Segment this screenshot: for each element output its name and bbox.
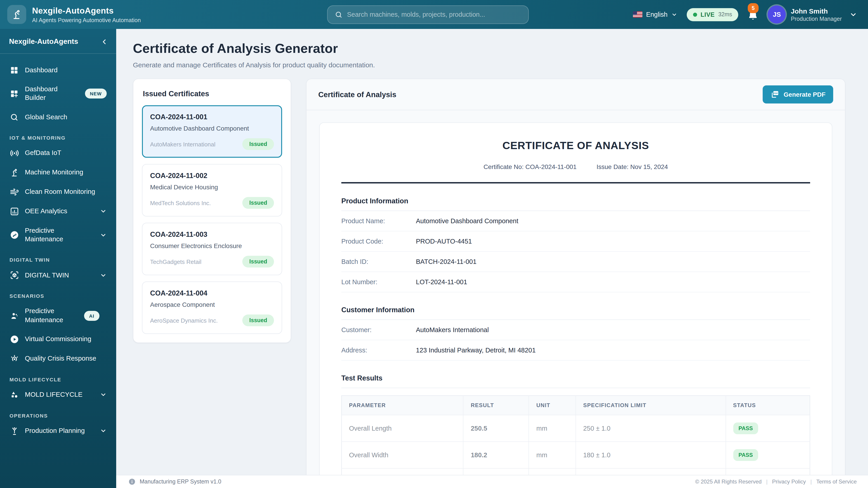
sidebar-item-dashboard[interactable]: Dashboard [4, 61, 112, 79]
sidebar-item-predictive-maintenance[interactable]: Predictive Maintenance [4, 222, 112, 248]
chevron-down-icon [100, 232, 107, 238]
table-row: Overall Width 180.2 mm 180 ± 1.0 PASS [342, 442, 810, 468]
page-subtitle: Generate and manage Certificates of Anal… [133, 61, 845, 69]
sidebar-item-label: GefData IoT [25, 149, 107, 158]
language-label: English [646, 11, 668, 18]
certificate-product: Aerospace Component [150, 301, 274, 308]
dashboard-builder-icon [9, 90, 19, 98]
column-header: SPECIFICATION LIMIT [576, 396, 725, 415]
field-row: Address: 123 Industrial Parkway, Detroit… [341, 340, 810, 361]
dashboard-grid-icon [9, 66, 19, 74]
section-mold-lifecycle: MOLD LIFECYCLE [4, 369, 112, 385]
sidebar-item-label: MOLD LIFECYCLE [25, 391, 94, 399]
sidebar-item-label: Clean Room Monitoring [25, 188, 107, 196]
sidebar-item-quality-crisis-response[interactable]: Quality Crisis Response [4, 350, 112, 368]
sidebar-item-clean-room-monitoring[interactable]: Clean Room Monitoring [4, 183, 112, 201]
column-header: UNIT [529, 396, 576, 415]
robot-arm-logo-icon [7, 5, 26, 24]
test-results-table: PARAMETER RESULT UNIT SPECIFICATION LIMI… [341, 395, 810, 488]
sidebar-item-production-planning[interactable]: Production Planning [4, 422, 112, 440]
privacy-policy-link[interactable]: Privacy Policy [772, 479, 806, 485]
field-row: Product Name: Automotive Dashboard Compo… [341, 211, 810, 231]
field-value: AutoMakers International [416, 326, 489, 333]
certificate-card-coa-002[interactable]: COA-2024-11-002 Medical Device Housing M… [142, 164, 282, 217]
certificate-number: Certificate No: COA-2024-11-001 [484, 163, 577, 170]
column-header: RESULT [463, 396, 529, 415]
user-menu[interactable]: JS John Smith Production Manager [768, 5, 857, 24]
sidebar-item-label: Dashboard Builder [25, 85, 79, 102]
detail-header: Certificate of Analysis PDF Generate PDF [307, 79, 845, 110]
pass-badge: PASS [733, 449, 758, 461]
avatar: JS [768, 5, 786, 24]
sidebar-collapse-button[interactable] [101, 38, 108, 45]
table-row: Overall Length 250.5 mm 250 ± 1.0 PASS [342, 415, 810, 442]
us-flag-icon [633, 11, 643, 18]
test-results-section: Test Results PARAMETER RESULT UNIT SPECI… [341, 374, 810, 488]
section-operations: OPERATIONS [4, 405, 112, 421]
search-input[interactable] [347, 11, 521, 18]
sidebar-item-machine-monitoring[interactable]: Machine Monitoring [4, 164, 112, 182]
status-badge: Issued [243, 138, 274, 150]
certificate-id: COA-2024-11-001 [150, 113, 274, 121]
sidebar-item-mold-lifecycle[interactable]: MOLD LIFECYCLE [4, 386, 112, 404]
table-header-row: PARAMETER RESULT UNIT SPECIFICATION LIMI… [342, 396, 810, 415]
footer-system-label: Manufacturing ERP System v1.0 [140, 479, 221, 485]
wrench-circle-icon [9, 230, 19, 239]
brand: Nexgile-AutoAgents AI Agents Powering Au… [7, 5, 141, 24]
sidebar-item-label: Dashboard [25, 66, 107, 74]
field-value: LOT-2024-11-001 [416, 278, 467, 286]
chevron-down-icon [100, 272, 107, 279]
search-icon [335, 11, 342, 18]
sidebar-item-global-search[interactable]: Global Search [4, 108, 112, 126]
field-label: Product Name: [341, 217, 416, 225]
cell-result: 250.5 [463, 415, 529, 442]
cell-unit: mm [529, 415, 576, 442]
certificate-card-coa-003[interactable]: COA-2024-11-003 Consumer Electronics Enc… [142, 223, 282, 275]
field-label: Address: [341, 347, 416, 354]
cell-parameter: Overall Width [342, 442, 463, 468]
sidebar-item-virtual-commissioning[interactable]: Virtual Commissioning [4, 330, 112, 348]
language-selector[interactable]: English [633, 11, 677, 18]
sidebar-item-gefdata-iot[interactable]: GefData IoT [4, 144, 112, 162]
sidebar-title: Nexgile-AutoAgents [9, 37, 78, 46]
section-iot-monitoring: IOT & MONITORING [4, 127, 112, 143]
brand-title: Nexgile-AutoAgents [32, 6, 141, 15]
ai-badge: AI [84, 311, 99, 321]
sidebar-item-oee-analytics[interactable]: OEE Analytics [4, 202, 112, 221]
certificate-card-coa-001[interactable]: COA-2024-11-001 Automotive Dashboard Com… [142, 105, 282, 158]
footer-system: Manufacturing ERP System v1.0 [128, 478, 221, 485]
siren-target-icon [9, 354, 19, 363]
pdf-file-icon: PDF [771, 90, 780, 99]
sidebar-item-label: Global Search [25, 113, 107, 121]
cell-spec-limit: 250 ± 1.0 [576, 415, 725, 442]
terms-of-service-link[interactable]: Terms of Service [816, 479, 857, 485]
certificate-customer: MedTech Solutions Inc. [150, 199, 211, 206]
live-latency: 32ms [718, 11, 732, 18]
live-status-badge: LIVE 32ms [686, 8, 739, 21]
sidebar-item-label: OEE Analytics [25, 207, 94, 216]
status-badge: Issued [243, 256, 274, 267]
chevron-left-icon [101, 38, 108, 45]
play-circle-icon [9, 335, 19, 344]
cell-parameter: Overall Length [342, 415, 463, 442]
notifications-button[interactable]: 5 [748, 8, 758, 21]
generate-pdf-label: Generate PDF [784, 91, 826, 98]
sidebar-item-label: Quality Crisis Response [25, 355, 107, 363]
generate-pdf-button[interactable]: PDF Generate PDF [763, 86, 833, 103]
robot-arm-icon [9, 168, 19, 177]
cell-result: 180.2 [463, 442, 529, 468]
sidebar-item-predictive-maintenance-ai[interactable]: Predictive Maintenance AI [4, 302, 112, 329]
certificate-detail-panel: Certificate of Analysis PDF Generate PDF… [306, 78, 845, 488]
footer-links: © 2025 All Rights Reserved | Privacy Pol… [695, 479, 857, 485]
certificate-card-coa-004[interactable]: COA-2024-11-004 Aerospace Component Aero… [142, 282, 282, 334]
brand-text: Nexgile-AutoAgents AI Agents Powering Au… [32, 6, 141, 23]
search-box [327, 5, 529, 24]
field-label: Customer: [341, 326, 416, 333]
sidebar-item-digital-twin[interactable]: DIGITAL TWIN [4, 266, 112, 285]
shapes-icon [9, 390, 19, 399]
sidebar-item-label: Production Planning [25, 427, 94, 435]
certificate-id: COA-2024-11-002 [150, 172, 274, 180]
field-row: Batch ID: BATCH-2024-11-001 [341, 252, 810, 272]
certificate-product: Automotive Dashboard Component [150, 125, 274, 132]
sidebar-item-dashboard-builder[interactable]: Dashboard Builder NEW [4, 80, 112, 107]
